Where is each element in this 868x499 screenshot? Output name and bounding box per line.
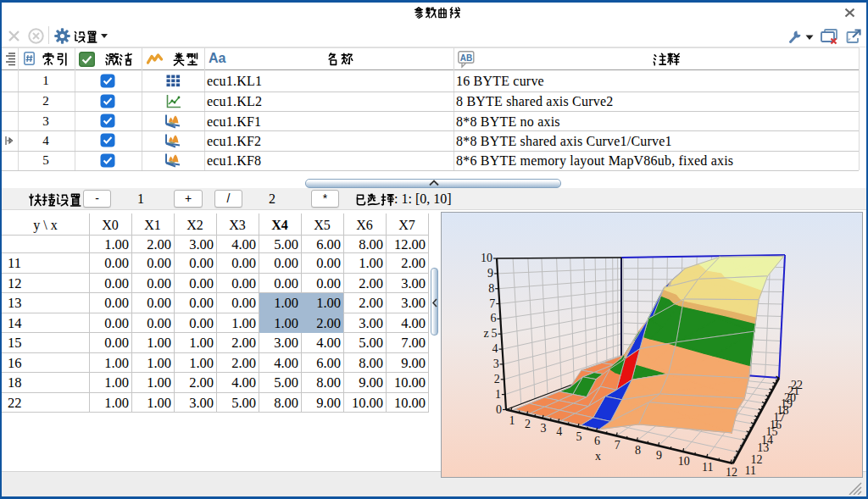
svg-text:22: 22 [791,379,803,391]
svg-text:8: 8 [635,444,641,457]
svg-text:2: 2 [525,418,531,430]
svg-text:4: 4 [556,425,562,438]
svg-text:11: 11 [745,464,756,477]
svg-text:3: 3 [541,422,547,435]
svg-text:0: 0 [496,403,502,416]
svg-text:z: z [483,327,488,340]
svg-text:6: 6 [490,312,496,324]
svg-text:5: 5 [576,430,582,443]
svg-text:4: 4 [492,342,498,355]
svg-text:7: 7 [489,297,495,310]
svg-text:2: 2 [494,373,500,385]
svg-text:AB: AB [460,53,472,63]
svg-text:7: 7 [615,439,620,452]
svg-text:1: 1 [495,388,501,401]
svg-text:10: 10 [481,252,492,264]
svg-text:9: 9 [656,449,662,462]
svg-text:3: 3 [493,358,499,370]
svg-text:8: 8 [488,282,494,295]
svg-text:x: x [595,450,601,463]
svg-text:6: 6 [594,435,600,447]
svg-text:12: 12 [726,466,737,477]
svg-text:10: 10 [678,455,690,468]
svg-text:5: 5 [492,327,498,340]
svg-text:1: 1 [509,414,515,427]
svg-text:9: 9 [487,267,493,280]
svg-text:11: 11 [702,461,713,474]
svg-text:12: 12 [751,453,763,466]
